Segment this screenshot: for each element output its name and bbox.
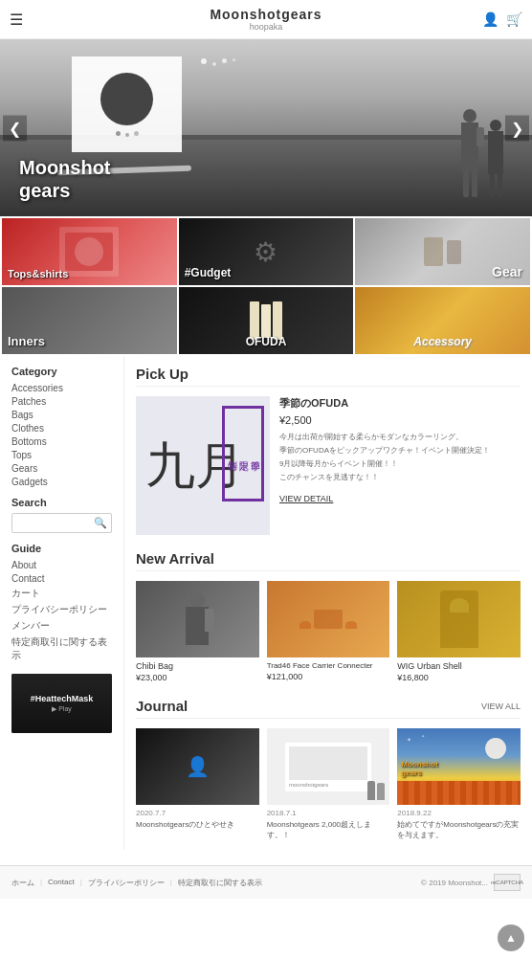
sidebar-link-gadgets[interactable]: Gadgets	[11, 477, 112, 487]
search-box: 🔍	[11, 513, 112, 533]
sidebar-link-tokutei[interactable]: 特定商取引に関する表示	[11, 635, 112, 662]
user-icon[interactable]: 👤	[482, 11, 499, 27]
journal-image-0: 👤	[136, 728, 259, 805]
footer-link-tokutei[interactable]: 特定商取引に関する表示	[178, 878, 262, 888]
hero-next-button[interactable]: ❯	[505, 115, 529, 141]
journal-text-1: Moonshotgears 2,000超えします。！	[267, 819, 390, 840]
pickup-image: 九月 季節限定特別	[136, 396, 270, 535]
product-price-1: ¥121,000	[267, 672, 390, 681]
journal-date-1: 2018.7.1	[267, 809, 390, 817]
pickup-desc3: 9月以降毎月からイベント開催！！	[279, 458, 521, 470]
pickup-title: 季節のOFUDA	[279, 396, 521, 411]
category-ofuda-label: OFUDA	[246, 335, 287, 348]
sidebar-link-cart[interactable]: カート	[11, 587, 112, 600]
category-tops-label: Tops&shirts	[8, 268, 68, 279]
product-card-2[interactable]: WIG Urban Shell ¥16,800	[397, 581, 521, 682]
journal-card-2[interactable]: ✦ ✦ Moonshot gears 2018.9.22 始めてですがMoons…	[397, 728, 521, 840]
sidebar-category-title: Category	[11, 366, 112, 377]
new-arrival-title: New Arrival	[136, 550, 521, 571]
product-image-1	[267, 581, 390, 657]
sidebar-link-patches[interactable]: Patches	[11, 396, 112, 407]
product-grid: Chibi Bag ¥23,000 Trad46 Face Carrier Co…	[136, 581, 521, 682]
category-tops[interactable]: Tops&shirts	[2, 218, 177, 285]
site-name: Moonshotgears	[210, 7, 321, 22]
product-price-2: ¥16,800	[397, 673, 521, 682]
category-inners-label: Inners	[8, 334, 45, 348]
footer-links: ホーム | Contact | プライバシーポリシー | 特定商取引に関する表示	[11, 878, 262, 888]
main-layout: Category Accessories Patches Bags Clothe…	[0, 356, 532, 850]
pickup-section-title: Pick Up	[136, 366, 521, 387]
journal-view-all-link[interactable]: VIEW ALL	[481, 702, 521, 711]
sidebar-link-clothes[interactable]: Clothes	[11, 423, 112, 434]
sidebar-link-privacy[interactable]: プライバシーポリシー	[11, 603, 112, 616]
pickup-view-detail-link[interactable]: VIEW DETAIL	[279, 494, 333, 503]
product-name-2: WIG Urban Shell	[397, 661, 521, 671]
site-sub: hoopaka	[210, 22, 321, 32]
journal-card-1[interactable]: moonshotgears 2018.7.1 Moonshotgears 2,0…	[267, 728, 390, 840]
sidebar-link-accessories[interactable]: Accessories	[11, 383, 112, 393]
sidebar-link-tops[interactable]: Tops	[11, 450, 112, 460]
journal-date-2: 2018.9.22	[397, 809, 521, 817]
footer-copyright: © 2019 Moonshot...	[421, 879, 488, 887]
cart-icon[interactable]: 🛒	[506, 11, 522, 27]
sidebar-link-bags[interactable]: Bags	[11, 410, 112, 420]
hero-tagline: Moonshot gears	[19, 156, 111, 202]
sidebar-link-bottoms[interactable]: Bottoms	[11, 436, 112, 447]
journal-image-1: moonshotgears	[267, 728, 390, 805]
category-accessory[interactable]: Accessory	[355, 287, 530, 354]
footer-link-privacy[interactable]: プライバシーポリシー	[88, 878, 165, 888]
pickup-info: 季節のOFUDA ¥2,500 今月は出荷が開始する柔らかモダンなカラーリング。…	[279, 396, 521, 535]
sidebar-link-member[interactable]: メンバー	[11, 619, 112, 633]
journal-text-0: Moonshotgearsのひとやせき	[136, 819, 259, 830]
journal-grid: 👤 2020.7.7 Moonshotgearsのひとやせき moonshotg…	[136, 728, 521, 840]
main-content: Pick Up 九月 季節限定特別 季節のOFUDA ¥2,500 今月は出荷が…	[124, 356, 532, 850]
search-input[interactable]	[12, 515, 90, 531]
sidebar-link-about[interactable]: About	[11, 560, 112, 570]
sidebar: Category Accessories Patches Bags Clothe…	[0, 356, 124, 850]
captcha-widget[interactable]: reCAPTCHA	[494, 874, 521, 891]
product-image-2	[397, 581, 521, 657]
sidebar-video[interactable]: #HeattechMask ▶ Play	[11, 674, 112, 733]
category-gadget-label: #Gudget	[185, 266, 232, 279]
pickup-desc4: このチャンスを見逃すな！！	[279, 472, 521, 483]
category-ofuda[interactable]: OFUDA	[179, 287, 354, 354]
journal-card-0[interactable]: 👤 2020.7.7 Moonshotgearsのひとやせき	[136, 728, 259, 840]
product-image-0	[136, 581, 259, 657]
pickup-desc2: 季節のOFUDAをピックアップワクチャ！イベント開催決定！	[279, 445, 521, 457]
journal-header: Journal VIEW ALL	[136, 698, 521, 719]
header-title: Moonshotgears hoopaka	[210, 7, 321, 32]
journal-text-2: 始めてですがMoonshotgearsの充実を与えます。	[397, 819, 521, 840]
search-button[interactable]: 🔍	[90, 514, 111, 532]
sidebar-link-contact[interactable]: Contact	[11, 573, 112, 584]
category-gear[interactable]: Gear	[355, 218, 530, 285]
hero-prev-button[interactable]: ❮	[3, 115, 27, 141]
category-accessory-label: Accessory	[413, 335, 472, 348]
sidebar-guide-title: Guide	[11, 543, 112, 554]
menu-icon[interactable]: ☰	[10, 11, 23, 29]
footer-link-home[interactable]: ホーム	[11, 878, 34, 888]
site-header: ☰ Moonshotgears hoopaka 👤 🛒	[0, 0, 532, 39]
sidebar-link-gears[interactable]: Gears	[11, 463, 112, 474]
category-gear-label: Gear	[492, 264, 522, 279]
journal-date-0: 2020.7.7	[136, 809, 259, 817]
product-name-1: Trad46 Face Carrier Connecter	[267, 661, 390, 670]
pickup-desc1: 今月は出荷が開始する柔らかモダンなカラーリング。	[279, 432, 521, 443]
journal-title: Journal	[136, 698, 188, 714]
category-grid: Tops&shirts ⚙ #Gudget Gear Inners OFUDA …	[0, 216, 532, 356]
site-footer: ホーム | Contact | プライバシーポリシー | 特定商取引に関する表示…	[0, 865, 532, 899]
product-name-0: Chibi Bag	[136, 661, 259, 671]
hero-banner: Moonshot gears ❮ ❯	[0, 39, 532, 216]
category-gadget[interactable]: ⚙ #Gudget	[179, 218, 354, 285]
journal-image-2: ✦ ✦ Moonshot gears	[397, 728, 521, 805]
footer-link-contact[interactable]: Contact	[48, 878, 75, 888]
pickup-item: 九月 季節限定特別 季節のOFUDA ¥2,500 今月は出荷が開始する柔らかモ…	[136, 396, 521, 535]
header-icons: 👤 🛒	[482, 11, 522, 27]
sidebar-search-title: Search	[11, 497, 112, 508]
product-price-0: ¥23,000	[136, 673, 259, 682]
product-card-0[interactable]: Chibi Bag ¥23,000	[136, 581, 259, 682]
category-inners[interactable]: Inners	[2, 287, 177, 354]
pickup-price: ¥2,500	[279, 414, 521, 426]
product-card-1[interactable]: Trad46 Face Carrier Connecter ¥121,000	[267, 581, 390, 682]
